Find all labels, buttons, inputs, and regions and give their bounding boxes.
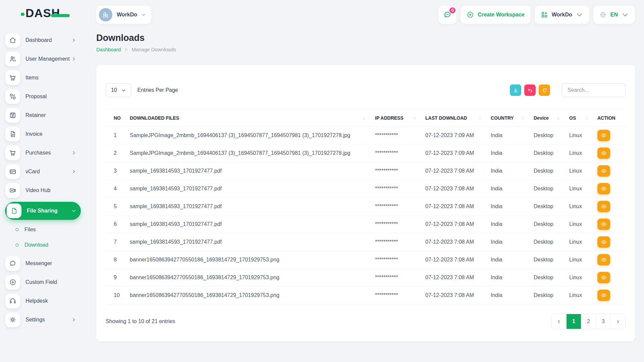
refresh-button[interactable] — [539, 84, 550, 96]
column-label: OS — [569, 115, 576, 121]
sort-icon: ↑↓ — [478, 116, 485, 120]
sidebar-item-label: vCard — [25, 169, 71, 175]
video-icon — [5, 183, 20, 198]
chevron-right-icon — [616, 319, 620, 324]
pagination-next[interactable] — [610, 314, 625, 329]
cell-country: India — [488, 216, 531, 233]
sidebar-item-proposal[interactable]: Proposal — [5, 89, 81, 104]
cell-file: sample_1693814593_1701927477.pdf — [127, 180, 372, 198]
sidebar-item-items[interactable]: Items — [5, 70, 81, 85]
cell-device: Desktop — [531, 216, 567, 233]
column-header-device[interactable]: Device↑↓ — [531, 110, 567, 127]
view-details-button[interactable] — [597, 236, 610, 248]
cell-file: sample_1693814593_1701927477.pdf — [127, 162, 372, 180]
view-details-button[interactable] — [597, 201, 610, 212]
cell-action — [595, 144, 626, 162]
sidebar-item-video-hub[interactable]: Video Hub — [5, 183, 81, 198]
view-details-button[interactable] — [597, 147, 610, 159]
view-details-button[interactable] — [597, 290, 610, 301]
language-selector[interactable]: EN — [593, 6, 635, 24]
chevron-right-icon — [124, 48, 128, 52]
column-header-last[interactable]: LAST DOWNLOAD↑↓ — [423, 110, 488, 127]
sidebar-item-label: File Sharing — [27, 208, 71, 214]
sidebar-item-user-management[interactable]: User Management — [5, 52, 81, 66]
main-area: WorkDo 0 Create Workspace WorkDo — [86, 0, 644, 362]
cell-action — [595, 162, 626, 180]
view-details-button[interactable] — [597, 254, 610, 265]
workspace-switcher[interactable]: WorkDo — [96, 6, 151, 24]
view-details-button[interactable] — [597, 130, 610, 141]
column-label: LAST DOWNLOAD — [425, 115, 467, 121]
cell-action — [595, 216, 626, 233]
sidebar-item-helpdesk[interactable]: Helpdesk — [5, 294, 81, 308]
logo-accent-bar — [51, 14, 70, 17]
app-menu-button[interactable]: WorkDo — [535, 6, 589, 24]
column-label: Device — [534, 115, 549, 121]
sort-icon: ↑↓ — [413, 116, 420, 120]
invoice-icon — [5, 127, 20, 141]
sidebar-subitem-files[interactable]: Files — [5, 222, 81, 237]
column-header-ip[interactable]: IP ADDRESS↑↓ — [372, 110, 423, 127]
eye-icon — [601, 292, 607, 298]
cell-ip: *********** — [372, 269, 423, 287]
breadcrumb-dashboard-link[interactable]: Dashboard — [96, 47, 121, 52]
sidebar-item-custom-field[interactable]: Custom Field — [5, 275, 81, 290]
messages-badge: 0 — [449, 7, 456, 14]
cell-country: India — [488, 144, 531, 162]
cell-last: 07-12-2023 7:08 AM — [423, 269, 488, 287]
table-footer: Showing 1 to 10 of 21 entries 123 — [106, 314, 626, 329]
pagination-page-3[interactable]: 3 — [596, 314, 610, 329]
sidebar-item-file-sharing[interactable]: File Sharing — [5, 202, 81, 220]
toolbar-buttons — [510, 84, 550, 96]
eye-icon — [601, 168, 607, 174]
column-header-file[interactable]: DOWNLOADED FILES↑↓ — [127, 110, 372, 127]
chevron-right-icon — [71, 169, 76, 174]
cell-last: 07-12-2023 7:08 AM — [423, 216, 488, 233]
column-label: DOWNLOADED FILES — [130, 115, 179, 121]
sidebar-item-label: Items — [25, 75, 81, 81]
sidebar-subitem-label: Download — [24, 242, 48, 248]
sidebar: DASH DashboardUser ManagementItemsPropos… — [0, 0, 86, 362]
undo-button[interactable] — [524, 84, 536, 96]
cell-country: India — [488, 287, 531, 304]
sidebar-item-label: User Management — [25, 56, 71, 62]
view-details-button[interactable] — [597, 183, 610, 194]
pagination: 123 — [551, 314, 626, 329]
sidebar-item-settings[interactable]: Settings — [5, 312, 81, 327]
view-details-button[interactable] — [597, 219, 610, 230]
cell-ip: *********** — [372, 198, 423, 216]
sidebar-subitem-label: Files — [24, 227, 36, 233]
entries-per-page-select[interactable]: 10 — [106, 83, 131, 97]
view-details-button[interactable] — [597, 165, 610, 177]
table-row: 5sample_1693814593_1701927477.pdf*******… — [106, 198, 626, 216]
sidebar-item-purchases[interactable]: Purchases — [5, 145, 81, 160]
cell-os: Linux — [567, 287, 595, 304]
column-header-country[interactable]: COUNTRY↑↓ — [488, 110, 531, 127]
cell-file: sample_1693814593_1701927477.pdf — [127, 198, 372, 216]
cell-country: India — [488, 180, 531, 198]
sidebar-item-dashboard[interactable]: Dashboard — [5, 33, 81, 48]
workspace-label: WorkDo — [117, 12, 137, 18]
cell-os: Linux — [567, 216, 595, 233]
brand-logo[interactable]: DASH — [0, 0, 86, 26]
create-workspace-button[interactable]: Create Workspace — [461, 6, 530, 24]
export-button[interactable] — [510, 84, 521, 96]
cell-no: 2 — [106, 144, 127, 162]
cell-os: Linux — [567, 198, 595, 216]
pagination-page-2[interactable]: 2 — [581, 314, 596, 329]
sidebar-item-vcard[interactable]: vCard — [5, 164, 81, 179]
sidebar-subitem-download[interactable]: Download — [5, 237, 81, 253]
pagination-page-1[interactable]: 1 — [566, 314, 581, 329]
sidebar-item-invoice[interactable]: Invoice — [5, 127, 81, 141]
sidebar-item-retainer[interactable]: Retainer — [5, 108, 81, 123]
bullet-icon — [15, 228, 19, 231]
cell-country: India — [488, 269, 531, 287]
messages-button[interactable]: 0 — [438, 6, 457, 24]
sidebar-item-messenger[interactable]: Messenger — [5, 256, 81, 271]
home-icon — [5, 33, 20, 48]
view-details-button[interactable] — [597, 272, 610, 283]
column-header-os[interactable]: OS↑↓ — [567, 110, 595, 127]
search-input[interactable] — [562, 83, 626, 97]
pagination-prev[interactable] — [551, 314, 566, 329]
eye-icon — [601, 257, 607, 263]
